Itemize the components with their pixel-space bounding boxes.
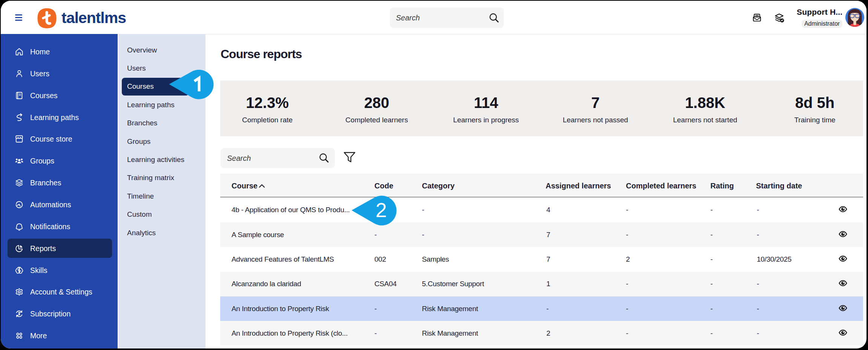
svg-text:2: 2 — [376, 199, 387, 221]
